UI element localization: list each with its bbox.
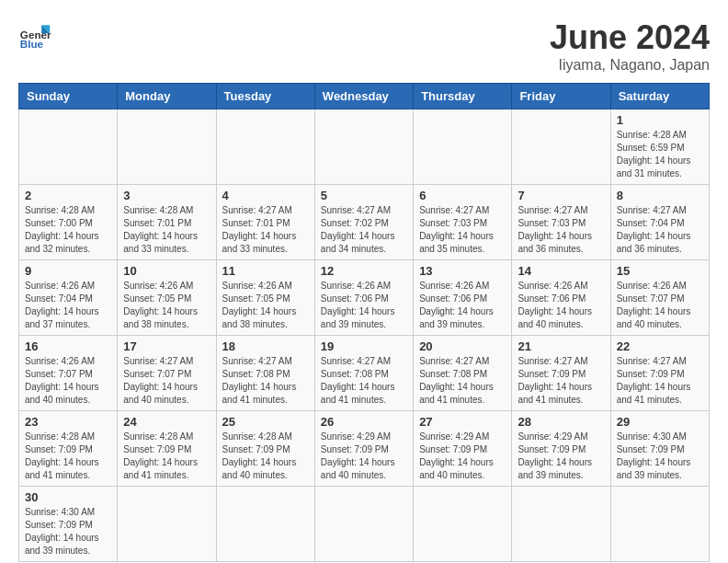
calendar-table: SundayMondayTuesdayWednesdayThursdayFrid… <box>18 83 710 562</box>
weekday-header-sunday: Sunday <box>19 84 118 109</box>
weekday-header-wednesday: Wednesday <box>314 84 413 109</box>
calendar-day-cell: 24Sunrise: 4:28 AM Sunset: 7:09 PM Dayli… <box>118 411 216 487</box>
day-number: 18 <box>222 339 309 353</box>
day-number: 2 <box>25 189 111 202</box>
calendar-day-cell: 5Sunrise: 4:27 AM Sunset: 7:02 PM Daylig… <box>314 185 413 260</box>
day-info: Sunrise: 4:30 AM Sunset: 7:09 PM Dayligh… <box>25 506 111 557</box>
calendar-day-cell: 16Sunrise: 4:26 AM Sunset: 7:07 PM Dayli… <box>19 336 118 411</box>
day-info: Sunrise: 4:27 AM Sunset: 7:09 PM Dayligh… <box>518 355 604 407</box>
day-info: Sunrise: 4:26 AM Sunset: 7:06 PM Dayligh… <box>419 280 506 331</box>
calendar-day-cell: 25Sunrise: 4:28 AM Sunset: 7:09 PM Dayli… <box>216 411 314 487</box>
day-number: 10 <box>123 264 210 278</box>
page-header: General Blue June 2024 Iiyama, Nagano, J… <box>18 18 710 74</box>
calendar-day-cell <box>512 109 610 185</box>
calendar-day-cell: 28Sunrise: 4:29 AM Sunset: 7:09 PM Dayli… <box>512 411 610 487</box>
weekday-header-monday: Monday <box>118 84 216 109</box>
calendar-day-cell <box>118 487 216 562</box>
day-info: Sunrise: 4:27 AM Sunset: 7:09 PM Dayligh… <box>617 355 703 407</box>
calendar-day-cell: 7Sunrise: 4:27 AM Sunset: 7:03 PM Daylig… <box>512 185 610 260</box>
calendar-week-row: 2Sunrise: 4:28 AM Sunset: 7:00 PM Daylig… <box>19 185 710 260</box>
calendar-day-cell: 14Sunrise: 4:26 AM Sunset: 7:06 PM Dayli… <box>512 260 610 336</box>
calendar-week-row: 1Sunrise: 4:28 AM Sunset: 6:59 PM Daylig… <box>19 109 710 185</box>
day-info: Sunrise: 4:26 AM Sunset: 7:05 PM Dayligh… <box>222 280 309 331</box>
day-number: 23 <box>25 415 111 429</box>
day-number: 11 <box>222 264 309 278</box>
day-number: 17 <box>123 339 210 353</box>
day-number: 6 <box>419 189 506 202</box>
day-number: 9 <box>25 264 111 278</box>
day-number: 26 <box>321 415 407 429</box>
day-number: 3 <box>123 189 210 202</box>
calendar-day-cell <box>19 109 118 185</box>
calendar-day-cell: 17Sunrise: 4:27 AM Sunset: 7:07 PM Dayli… <box>118 336 216 411</box>
calendar-day-cell: 11Sunrise: 4:26 AM Sunset: 7:05 PM Dayli… <box>216 260 314 336</box>
day-number: 24 <box>123 415 210 429</box>
month-title: June 2024 <box>550 18 710 57</box>
calendar-day-cell: 20Sunrise: 4:27 AM Sunset: 7:08 PM Dayli… <box>414 336 512 411</box>
weekday-header-saturday: Saturday <box>610 84 709 109</box>
calendar-day-cell <box>414 109 512 185</box>
weekday-header-friday: Friday <box>512 84 610 109</box>
calendar-week-row: 9Sunrise: 4:26 AM Sunset: 7:04 PM Daylig… <box>19 260 710 336</box>
calendar-day-cell: 8Sunrise: 4:27 AM Sunset: 7:04 PM Daylig… <box>610 185 709 260</box>
day-info: Sunrise: 4:27 AM Sunset: 7:08 PM Dayligh… <box>321 355 407 407</box>
calendar-day-cell <box>216 109 314 185</box>
day-number: 13 <box>419 264 506 278</box>
weekday-header-thursday: Thursday <box>414 84 512 109</box>
day-number: 8 <box>617 189 703 202</box>
logo: General Blue <box>18 18 51 52</box>
day-number: 27 <box>419 415 506 429</box>
calendar-day-cell: 4Sunrise: 4:27 AM Sunset: 7:01 PM Daylig… <box>216 185 314 260</box>
day-info: Sunrise: 4:28 AM Sunset: 7:09 PM Dayligh… <box>222 431 309 482</box>
calendar-day-cell <box>610 487 709 562</box>
calendar-day-cell: 18Sunrise: 4:27 AM Sunset: 7:08 PM Dayli… <box>216 336 314 411</box>
day-number: 4 <box>222 189 309 202</box>
calendar-day-cell: 2Sunrise: 4:28 AM Sunset: 7:00 PM Daylig… <box>19 185 118 260</box>
day-info: Sunrise: 4:29 AM Sunset: 7:09 PM Dayligh… <box>321 431 407 482</box>
weekday-header-row: SundayMondayTuesdayWednesdayThursdayFrid… <box>19 84 710 109</box>
day-info: Sunrise: 4:26 AM Sunset: 7:05 PM Dayligh… <box>123 280 210 331</box>
calendar-day-cell <box>118 109 216 185</box>
svg-text:Blue: Blue <box>20 38 44 50</box>
calendar-day-cell: 3Sunrise: 4:28 AM Sunset: 7:01 PM Daylig… <box>118 185 216 260</box>
day-number: 19 <box>321 339 407 353</box>
day-info: Sunrise: 4:29 AM Sunset: 7:09 PM Dayligh… <box>518 431 604 482</box>
day-info: Sunrise: 4:26 AM Sunset: 7:07 PM Dayligh… <box>617 280 703 331</box>
day-number: 16 <box>25 339 111 353</box>
calendar-day-cell <box>314 109 413 185</box>
day-info: Sunrise: 4:26 AM Sunset: 7:06 PM Dayligh… <box>321 280 407 331</box>
day-number: 12 <box>321 264 407 278</box>
day-info: Sunrise: 4:27 AM Sunset: 7:01 PM Dayligh… <box>222 204 309 256</box>
day-info: Sunrise: 4:29 AM Sunset: 7:09 PM Dayligh… <box>419 431 506 482</box>
calendar-day-cell <box>512 487 610 562</box>
calendar-week-row: 23Sunrise: 4:28 AM Sunset: 7:09 PM Dayli… <box>19 411 710 487</box>
day-info: Sunrise: 4:30 AM Sunset: 7:09 PM Dayligh… <box>617 431 703 482</box>
day-info: Sunrise: 4:28 AM Sunset: 7:09 PM Dayligh… <box>123 431 210 482</box>
day-number: 22 <box>617 339 703 353</box>
calendar-day-cell: 19Sunrise: 4:27 AM Sunset: 7:08 PM Dayli… <box>314 336 413 411</box>
day-number: 28 <box>518 415 604 429</box>
day-info: Sunrise: 4:28 AM Sunset: 6:59 PM Dayligh… <box>617 129 703 180</box>
calendar-day-cell: 22Sunrise: 4:27 AM Sunset: 7:09 PM Dayli… <box>610 336 709 411</box>
day-info: Sunrise: 4:28 AM Sunset: 7:09 PM Dayligh… <box>25 431 111 482</box>
day-info: Sunrise: 4:26 AM Sunset: 7:04 PM Dayligh… <box>25 280 111 331</box>
day-info: Sunrise: 4:27 AM Sunset: 7:07 PM Dayligh… <box>123 355 210 407</box>
day-number: 29 <box>617 415 703 429</box>
calendar-week-row: 30Sunrise: 4:30 AM Sunset: 7:09 PM Dayli… <box>19 487 710 562</box>
day-info: Sunrise: 4:28 AM Sunset: 7:00 PM Dayligh… <box>25 204 111 256</box>
day-info: Sunrise: 4:27 AM Sunset: 7:03 PM Dayligh… <box>518 204 604 256</box>
day-info: Sunrise: 4:26 AM Sunset: 7:06 PM Dayligh… <box>518 280 604 331</box>
day-number: 30 <box>25 490 111 504</box>
calendar-day-cell: 21Sunrise: 4:27 AM Sunset: 7:09 PM Dayli… <box>512 336 610 411</box>
calendar-day-cell: 29Sunrise: 4:30 AM Sunset: 7:09 PM Dayli… <box>610 411 709 487</box>
calendar-week-row: 16Sunrise: 4:26 AM Sunset: 7:07 PM Dayli… <box>19 336 710 411</box>
calendar-day-cell: 1Sunrise: 4:28 AM Sunset: 6:59 PM Daylig… <box>610 109 709 185</box>
day-info: Sunrise: 4:27 AM Sunset: 7:08 PM Dayligh… <box>222 355 309 407</box>
day-number: 5 <box>321 189 407 202</box>
weekday-header-tuesday: Tuesday <box>216 84 314 109</box>
calendar-day-cell: 15Sunrise: 4:26 AM Sunset: 7:07 PM Dayli… <box>610 260 709 336</box>
calendar-day-cell <box>414 487 512 562</box>
day-number: 25 <box>222 415 309 429</box>
calendar-day-cell: 27Sunrise: 4:29 AM Sunset: 7:09 PM Dayli… <box>414 411 512 487</box>
day-number: 14 <box>518 264 604 278</box>
